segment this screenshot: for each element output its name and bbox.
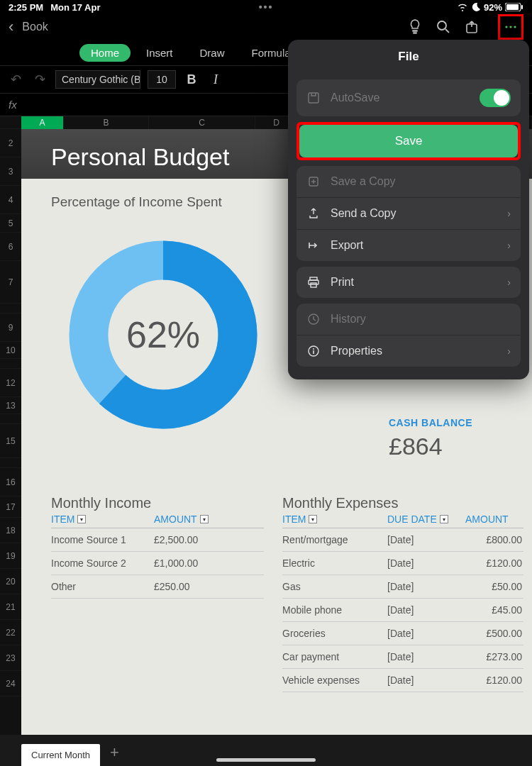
exp-header-amount[interactable]: AMOUNT [465,514,509,525]
redo-icon[interactable]: ↷ [31,72,48,87]
row-header[interactable]: 7 [0,261,21,304]
row-header[interactable] [0,458,21,468]
status-time: 2:25 PM [9,2,43,13]
export-item[interactable]: Export › [297,229,521,261]
print-icon [306,276,321,289]
row-header[interactable]: 19 [0,543,21,569]
row-header[interactable]: 15 [0,424,21,458]
chevron-right-icon: › [507,208,511,219]
search-icon[interactable] [436,19,451,35]
cash-balance-label: CASH BALANCE [389,417,472,428]
row-header[interactable]: 18 [0,518,21,543]
row-header[interactable]: 13 [0,397,21,414]
income-header-item[interactable]: ITEM [51,514,74,525]
row-header[interactable]: 10 [0,342,21,359]
battery-pct: 92% [484,2,502,13]
dropdown-icon[interactable]: ▾ [77,515,86,523]
properties-item[interactable]: Properties › [297,335,521,367]
font-size-input[interactable]: 10 [148,70,176,89]
col-header-a[interactable]: A [21,116,64,129]
save-button-highlight: Save [297,122,521,160]
battery-icon [505,3,523,11]
status-date: Mon 17 Apr [50,2,100,13]
print-item[interactable]: Print › [297,267,521,298]
row-header[interactable] [0,359,21,369]
more-icon[interactable] [503,19,519,35]
title-bar: ‹ Book [0,14,532,40]
table-row[interactable]: Gas[Date]£50.00 [282,575,523,599]
tab-home[interactable]: Home [79,44,131,62]
fx-label: fx [9,99,17,111]
row-header[interactable] [0,304,21,313]
row-header[interactable]: 20 [0,569,21,594]
exp-header-due[interactable]: DUE DATE [387,514,437,525]
send-copy-item[interactable]: Send a Copy › [297,197,521,229]
moon-icon [471,2,481,12]
autosave-item[interactable]: AutoSave [297,79,521,116]
dropdown-icon[interactable]: ▾ [200,515,209,523]
table-row[interactable]: Mobile phone[Date]£45.00 [282,599,523,622]
income-title: Monthly Income [51,495,151,511]
info-icon [306,345,321,357]
row-header[interactable]: 24 [0,671,21,696]
back-chevron-icon[interactable]: ‹ [4,18,18,36]
row-header[interactable]: 21 [0,594,21,620]
table-row[interactable]: Car payment[Date]£273.00 [282,645,523,669]
row-header[interactable]: 12 [0,369,21,397]
row-header[interactable]: 3 [0,157,21,186]
col-header-b[interactable]: B [64,116,149,129]
income-header-amount[interactable]: AMOUNT [154,514,197,525]
sheet-tab-current[interactable]: Current Month [21,744,100,766]
table-row[interactable]: Other£250.00 [51,575,264,599]
history-item[interactable]: History [297,304,521,335]
row-header[interactable]: 5 [0,214,21,233]
row-headers: 2 3 4 5 6 7 9 10 12 13 15 16 17 18 19 20… [0,116,21,735]
font-select[interactable]: Century Gothic (Bo [55,70,140,89]
donut-percentage: 62% [126,313,200,356]
table-row[interactable]: Income Source 2£1,000.00 [51,552,264,575]
autosave-toggle[interactable] [480,89,511,107]
tab-insert[interactable]: Insert [135,44,184,62]
table-row[interactable]: Groceries[Date]£500.00 [282,622,523,645]
row-header[interactable]: 16 [0,468,21,496]
multitask-dots-icon[interactable]: ••• [252,1,280,13]
chevron-right-icon: › [507,345,511,357]
save-copy-item[interactable]: Save a Copy [297,166,521,197]
row-header[interactable]: 9 [0,313,21,342]
dropdown-icon[interactable]: ▾ [440,515,448,523]
svg-point-3 [438,21,446,30]
status-bar: 2:25 PM Mon 17 Apr ••• 92% [0,0,532,14]
row-header[interactable]: 2 [0,129,21,157]
autosave-label: AutoSave [331,91,470,104]
add-sheet-icon[interactable]: + [100,739,129,766]
svg-rect-2 [521,5,523,9]
save-button[interactable]: Save [299,125,518,157]
document-name[interactable]: Book [22,21,48,33]
share-icon[interactable] [464,19,480,35]
select-all-corner[interactable] [0,116,21,129]
row-header[interactable] [0,414,21,424]
lightbulb-icon[interactable] [407,19,423,35]
table-row[interactable]: Electric[Date]£120.00 [282,552,523,575]
home-indicator[interactable] [216,758,316,762]
row-header[interactable]: 23 [0,645,21,671]
row-header[interactable]: 6 [0,233,21,261]
history-icon [306,313,321,326]
save-copy-label: Save a Copy [331,175,511,188]
row-header[interactable]: 17 [0,496,21,518]
table-row[interactable]: Rent/mortgage[Date]£800.00 [282,528,523,552]
export-icon [306,239,321,252]
dropdown-icon[interactable]: ▾ [309,515,317,523]
col-header-c[interactable]: C [149,116,255,129]
table-row[interactable]: Vehicle expenses[Date]£120.00 [282,669,523,692]
italic-button[interactable]: I [207,72,224,87]
exp-header-item[interactable]: ITEM [282,514,306,525]
tab-draw[interactable]: Draw [189,44,236,62]
row-header[interactable]: 22 [0,620,21,645]
table-row[interactable]: Income Source 1£2,500.00 [51,528,264,552]
undo-icon[interactable]: ↶ [7,72,24,87]
bold-button[interactable]: B [183,72,200,87]
donut-chart: 62% [64,235,262,434]
row-header[interactable]: 4 [0,186,21,214]
export-label: Export [331,239,497,252]
